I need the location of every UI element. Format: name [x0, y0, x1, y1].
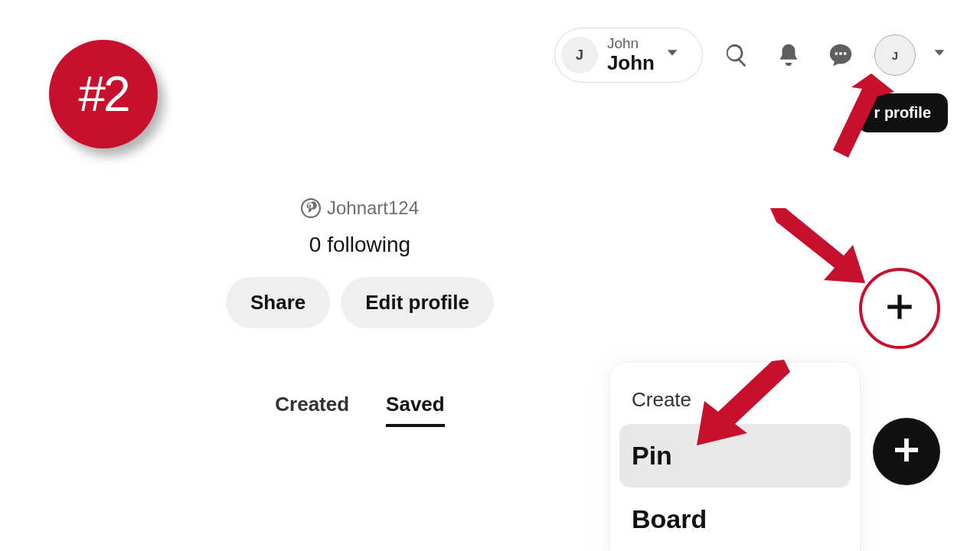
plus-icon — [891, 435, 922, 468]
accounts-menu-chevron-icon[interactable] — [931, 44, 952, 66]
svg-point-0 — [302, 199, 320, 217]
profile-tabs: Created Saved — [275, 393, 444, 427]
svg-marker-6 — [770, 208, 865, 283]
create-menu-board[interactable]: Board — [619, 487, 851, 551]
chevron-down-icon — [664, 44, 685, 66]
tab-created[interactable]: Created — [275, 393, 349, 427]
annotation-arrow — [770, 208, 870, 295]
username-row: Johnart124 — [301, 197, 419, 219]
search-icon[interactable] — [718, 37, 755, 73]
create-button-highlight[interactable] — [859, 268, 940, 349]
account-avatar: J — [561, 37, 598, 73]
tab-saved[interactable]: Saved — [386, 393, 445, 427]
plus-icon — [884, 291, 916, 326]
create-fab[interactable] — [873, 418, 940, 485]
profile-tooltip: r profile — [858, 93, 948, 132]
create-menu-pin[interactable]: Pin — [619, 424, 851, 487]
profile-avatar[interactable]: J — [874, 34, 916, 76]
create-menu: Create Pin Board — [609, 361, 861, 551]
account-text: John John — [607, 36, 655, 73]
username: Johnart124 — [327, 197, 419, 219]
bell-icon[interactable] — [770, 37, 807, 73]
messages-icon[interactable] — [822, 37, 859, 73]
edit-profile-button[interactable]: Edit profile — [341, 277, 494, 328]
share-button[interactable]: Share — [226, 277, 330, 328]
create-menu-header: Create — [619, 380, 851, 424]
header: J John John J — [554, 28, 952, 83]
following-count[interactable]: 0 following — [309, 233, 410, 257]
account-switcher[interactable]: J John John — [554, 28, 703, 83]
profile-buttons: Share Edit profile — [226, 277, 494, 328]
annotation-badge: #2 — [49, 40, 158, 148]
account-name-small: John — [607, 36, 655, 52]
pinterest-icon — [301, 198, 321, 218]
account-name-big: John — [607, 52, 655, 74]
